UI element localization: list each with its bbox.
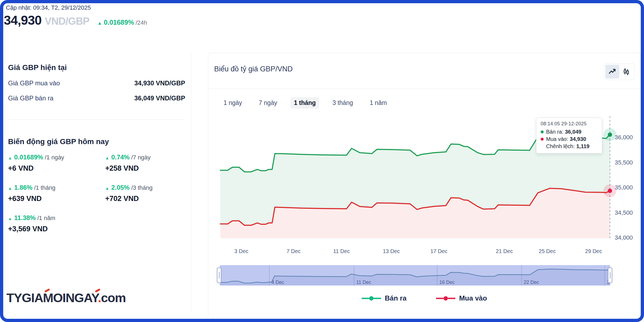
up-arrow-icon: ▲ [105, 186, 109, 191]
chart-tooltip: 08:14:05 29-12-2025 Bán ra:36,049Mua vào… [536, 118, 602, 153]
logo-tld: com [101, 291, 126, 305]
spacer [541, 145, 544, 148]
series-dot-icon [541, 138, 544, 141]
tooltip-row: Chênh lệch:1,119 [541, 143, 598, 149]
changes-title: Biến động giá GBP hôm nay [8, 137, 109, 146]
tooltip-rows: Bán ra:36,049Mua vào:34,930Chênh lệch:1,… [541, 129, 598, 149]
change-amount: +639 VND [8, 195, 105, 203]
buy-price-row: Giá GBP mua vào 34,930 VND/GBP [8, 79, 185, 87]
line-chart-button[interactable] [605, 65, 619, 79]
logo-dot: . [98, 291, 101, 305]
x-axis-tick: 3 Dec [234, 248, 248, 254]
y-axis-tick: 35,500 [615, 159, 633, 166]
chart-card: Biểu đồ tỷ giá GBP/VND 1 ng [208, 53, 641, 318]
x-axis-tick: 25 Dec [539, 248, 556, 254]
change-period: /1 năm [37, 215, 55, 222]
legend-label: Mua vào [459, 294, 487, 302]
tooltip-row: Bán ra:36,049 [541, 129, 598, 135]
site-logo[interactable]: TYGIAMOINGAY.com [6, 290, 126, 305]
change-item: ▲2.05%/3 tháng+702 VND [105, 184, 191, 203]
change-amount: +258 VND [105, 164, 191, 173]
x-axis-tick: 21 Dec [496, 248, 513, 254]
y-axis-tick: 35,000 [615, 184, 633, 191]
current-price-title: Giá GBP hiện tại [8, 63, 67, 72]
y-axis-tick: 34,500 [615, 209, 633, 216]
change-period: /1 ngày [45, 154, 64, 161]
range-brush-chart[interactable]: 4 Dec11 Dec16 Dec22 Dec29 Dec [220, 265, 610, 287]
tab-3-tháng[interactable]: 3 tháng [329, 97, 356, 109]
up-arrow-icon: ▲ [8, 216, 12, 221]
change-period: /1 tháng [34, 184, 56, 191]
legend-marker-icon [436, 296, 455, 301]
candlestick-chart-icon [622, 68, 630, 76]
change-period: /3 tháng [131, 184, 153, 191]
tooltip-row: Mua vào:34,930 [541, 136, 598, 142]
x-axis-tick: 11 Dec [333, 248, 350, 254]
time-range-tabs: 1 ngày7 ngày1 tháng3 tháng1 năm [220, 97, 390, 109]
change-pct: 2.05% [111, 184, 130, 191]
change-pct: 1.86% [14, 184, 32, 191]
panel-divider [191, 54, 191, 311]
logo-main: TYGIAMOINGAY [6, 291, 98, 305]
series-dot-icon [541, 130, 544, 133]
tooltip-value: 34,930 [570, 136, 586, 142]
change-item: ▲0.74%/7 ngày+258 VND [105, 153, 191, 173]
up-arrow-icon: ▲ [8, 186, 12, 191]
brush-handle-right[interactable] [608, 268, 612, 283]
buy-price-label: Giá GBP mua vào [8, 79, 60, 87]
card-divider [208, 89, 641, 89]
candlestick-chart-button[interactable] [619, 65, 633, 79]
tooltip-value: 1,119 [576, 143, 590, 149]
legend-label: Bán ra [385, 294, 407, 302]
tooltip-time: 08:14:05 29-12-2025 [541, 121, 598, 127]
up-arrow-icon: ▲ [8, 156, 12, 160]
chart-legend: Bán raMua vào [208, 294, 641, 302]
page: Cập nhật: 09:34, T2, 29/12/2025 34,930 V… [0, 0, 644, 322]
price-header: 34,930 VND/GBP ▲ 0.01689% /24h [4, 13, 147, 28]
up-arrow-icon: ▲ [105, 156, 109, 160]
change-pct: 0.74% [111, 153, 130, 161]
tooltip-label: Chênh lệch: [546, 143, 575, 149]
change-period: /7 ngày [131, 154, 151, 161]
change-pct: 0.01689% [14, 153, 43, 161]
x-axis-tick: 17 Dec [430, 248, 447, 254]
y-axis-tick: 36,000 [615, 134, 633, 141]
tab-1-tháng[interactable]: 1 tháng [291, 97, 319, 109]
change-percent: 0.01689% [104, 19, 134, 26]
sell-marker-dot [608, 133, 612, 137]
x-axis-tick: 29 Dec [585, 248, 602, 254]
brush-selection [220, 265, 610, 286]
change-amount: +3,569 VND [8, 225, 105, 233]
currency-pair: VND/GBP [45, 16, 89, 27]
change-amount: +6 VND [8, 164, 105, 173]
tooltip-label: Mua vào: [546, 136, 568, 142]
sell-price-row: Giá GBP bán ra 36,049 VND/GBP [8, 94, 185, 102]
x-axis-tick: 13 Dec [383, 248, 400, 254]
line-chart-icon [608, 68, 616, 76]
change-period: /24h [136, 19, 147, 26]
tab-7-ngày[interactable]: 7 ngày [255, 97, 280, 109]
tab-1-năm[interactable]: 1 năm [367, 97, 390, 109]
change-amount: +702 VND [105, 195, 191, 203]
tab-1-ngày[interactable]: 1 ngày [220, 97, 245, 109]
chart-type-switcher [604, 63, 635, 80]
tooltip-label: Bán ra: [546, 129, 563, 135]
change-pct: 11.38% [14, 214, 36, 222]
changes-grid: ▲0.01689%/1 ngày+6 VND▲0.74%/7 ngày+258 … [8, 153, 191, 233]
legend-marker-icon [362, 296, 381, 301]
sell-price-value: 36,049 VND/GBP [134, 94, 185, 102]
change-item: ▲1.86%/1 tháng+639 VND [8, 184, 105, 203]
section-divider [8, 119, 185, 120]
brush-handle-left[interactable] [217, 268, 221, 283]
chart-title: Biểu đồ tỷ giá GBP/VND [214, 65, 293, 73]
rate-change-24h: ▲ 0.01689% /24h [97, 19, 147, 26]
legend-item-Bán-ra[interactable]: Bán ra [362, 294, 407, 302]
change-item: ▲0.01689%/1 ngày+6 VND [8, 153, 105, 173]
current-rate: 34,930 [4, 13, 42, 28]
y-axis-tick: 34,000 [615, 234, 633, 241]
sell-price-label: Giá GBP bán ra [8, 94, 53, 102]
up-arrow-icon: ▲ [97, 21, 102, 26]
buy-price-value: 34,930 VND/GBP [134, 79, 185, 87]
change-item: ▲11.38%/1 năm+3,569 VND [8, 214, 105, 233]
legend-item-Mua-vào[interactable]: Mua vào [436, 294, 487, 302]
